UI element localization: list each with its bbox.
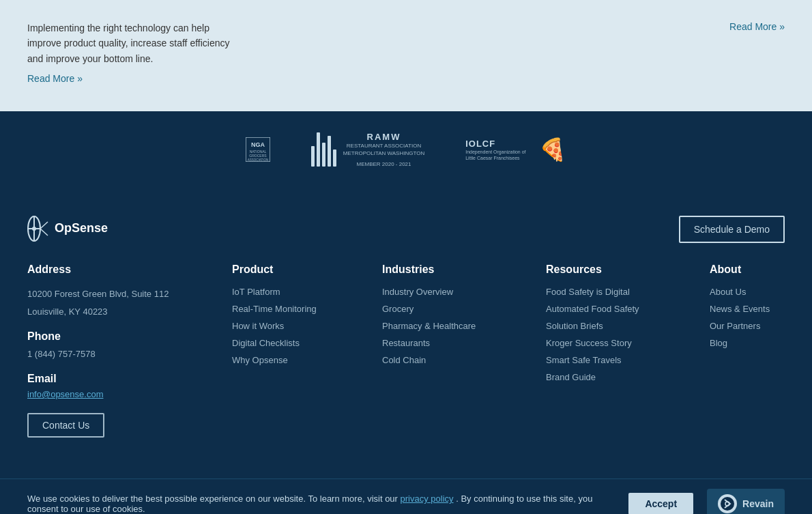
industry-link-pharmacy[interactable]: Pharmacy & Healthcare <box>382 321 532 331</box>
ramw-logo: RAMW RESTAURANT ASSOCIATIONMETROPOLITAN … <box>311 132 424 168</box>
pizza-icon: 🍕 <box>539 137 566 162</box>
footer-col-about: About About Us News & Events Our Partner… <box>710 263 812 438</box>
resource-link-automated[interactable]: Automated Food Safety <box>546 304 696 314</box>
resource-link-food-safety[interactable]: Food Safety is Digital <box>546 287 696 297</box>
ramw-title: RAMW <box>343 132 424 142</box>
resource-link-brand[interactable]: Brand Guide <box>546 372 696 382</box>
svg-text:NGA: NGA <box>251 141 265 148</box>
svg-text:GROCERS: GROCERS <box>249 154 267 158</box>
nga-logo: NGA NATIONAL GROCERS ASSOCIATION <box>246 137 270 162</box>
footer-columns: Address 10200 Forest Green Blvd, Suite 1… <box>27 263 785 438</box>
svg-point-11 <box>721 497 734 511</box>
product-link-why[interactable]: Why Opsense <box>232 355 368 365</box>
resource-link-smart-safe[interactable]: Smart Safe Travels <box>546 355 696 365</box>
ramw-member: MEMBER 2020 - 2021 <box>343 160 424 168</box>
footer-top: OpSense Schedule a Demo <box>27 216 785 243</box>
footer-col-industries: Industries Industry Overview Grocery Pha… <box>382 263 532 438</box>
product-title: Product <box>232 263 368 276</box>
iolcf-acronym: IOLCF <box>465 139 534 149</box>
privacy-policy-link[interactable]: privacy policy <box>401 494 454 504</box>
nga-icon: NGA NATIONAL GROCERS ASSOCIATION <box>246 137 270 162</box>
industries-title: Industries <box>382 263 532 276</box>
top-section: Implementing the right technology can he… <box>0 0 812 111</box>
resource-link-kroger[interactable]: Kroger Success Story <box>546 338 696 348</box>
email-title: Email <box>27 373 218 385</box>
article-text: Implementing the right technology can he… <box>27 20 246 66</box>
about-link-about-us[interactable]: About Us <box>710 287 812 297</box>
about-link-news[interactable]: News & Events <box>710 304 812 314</box>
cookie-text-before: We use cookies to deliver the best possi… <box>27 494 398 504</box>
address-street: 10200 Forest Green Blvd, Suite 112 <box>27 287 218 302</box>
phone-number: 1 (844) 757-7578 <box>27 347 218 362</box>
read-more-link-right[interactable]: Read More » <box>729 21 785 32</box>
contact-us-button[interactable]: Contact Us <box>27 413 104 438</box>
footer-col-resources: Resources Food Safety is Digital Automat… <box>546 263 696 438</box>
svg-line-9 <box>40 222 48 229</box>
about-link-blog[interactable]: Blog <box>710 338 812 348</box>
accept-cookies-button[interactable]: Accept <box>628 493 693 514</box>
footer: OpSense Schedule a Demo Address 10200 Fo… <box>0 188 812 479</box>
product-link-monitoring[interactable]: Real-Time Monitoring <box>232 304 368 314</box>
opsense-logo-icon <box>27 216 49 242</box>
resource-link-solution-briefs[interactable]: Solution Briefs <box>546 321 696 331</box>
industry-link-grocery[interactable]: Grocery <box>382 304 532 314</box>
partners-bar: NGA NATIONAL GROCERS ASSOCIATION RAMW RE… <box>0 111 812 188</box>
industry-link-restaurants[interactable]: Restaurants <box>382 338 532 348</box>
resources-title: Resources <box>546 263 696 276</box>
address-title: Address <box>27 263 218 276</box>
email-address[interactable]: info@opsense.com <box>27 389 218 399</box>
footer-logo-text: OpSense <box>55 221 108 235</box>
footer-col-product: Product IoT Platform Real-Time Monitorin… <box>232 263 368 438</box>
cookie-banner: We use cookies to deliver the best possi… <box>0 479 812 514</box>
ramw-subtitle: RESTAURANT ASSOCIATIONMETROPOLITAN WASHI… <box>343 142 424 157</box>
read-more-link-left[interactable]: Read More » <box>27 73 246 84</box>
phone-title: Phone <box>27 330 218 343</box>
revain-icon <box>718 494 737 513</box>
product-link-how-it-works[interactable]: How it Works <box>232 321 368 331</box>
iolcf-full-name: Independent Organization of Little Caesa… <box>465 149 534 161</box>
svg-text:ASSOCIATION: ASSOCIATION <box>248 158 268 162</box>
about-title: About <box>710 263 812 276</box>
iolcf-logo: IOLCF Independent Organization of Little… <box>465 137 566 162</box>
address-city: Louisville, KY 40223 <box>27 304 218 319</box>
about-link-partners[interactable]: Our Partners <box>710 321 812 331</box>
footer-logo: OpSense <box>27 216 108 242</box>
industry-link-overview[interactable]: Industry Overview <box>382 287 532 297</box>
schedule-demo-button[interactable]: Schedule a Demo <box>679 216 785 243</box>
svg-point-8 <box>32 227 36 231</box>
revain-label: Revain <box>742 498 774 509</box>
industry-link-cold-chain[interactable]: Cold Chain <box>382 355 532 365</box>
svg-line-10 <box>40 229 48 235</box>
footer-col-address: Address 10200 Forest Green Blvd, Suite 1… <box>27 263 218 438</box>
product-link-checklists[interactable]: Digital Checklists <box>232 338 368 348</box>
revain-widget[interactable]: Revain <box>707 489 785 514</box>
cookie-text: We use cookies to deliver the best possi… <box>27 494 615 514</box>
product-link-iot[interactable]: IoT Platform <box>232 287 368 297</box>
